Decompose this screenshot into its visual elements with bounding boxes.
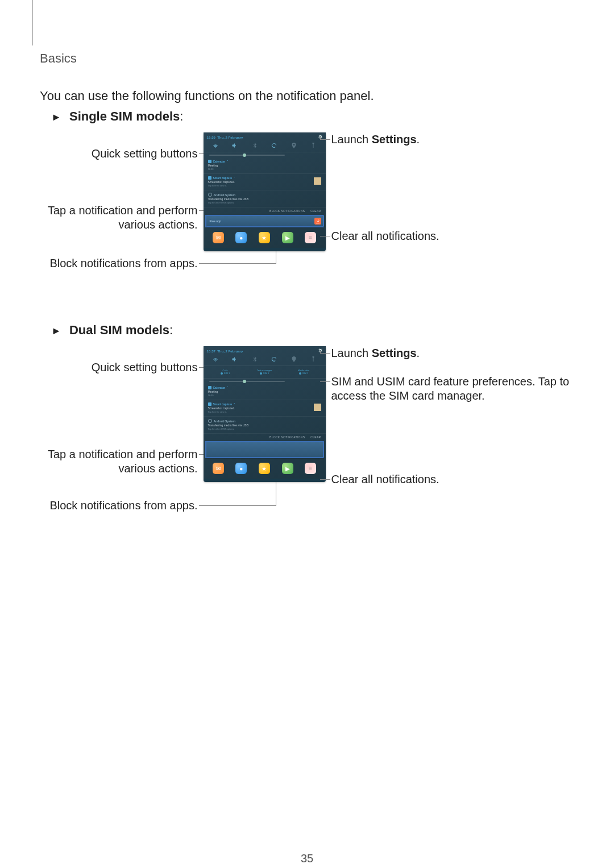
callout-sim-preferences: SIM and USIM card feature preferences. T… <box>331 375 570 403</box>
diagram-dual-sim: Quick setting buttons Tap a notification… <box>40 346 574 534</box>
notification-item[interactable]: Calendar ˅ Meeting 16:30 <box>204 157 326 174</box>
callout-launch-settings: Launch Settings. <box>331 346 420 360</box>
highlighted-banner[interactable]: Free app <box>206 215 323 227</box>
screenshot-thumbnail <box>314 177 321 185</box>
clear-button[interactable]: CLEAR <box>310 435 321 439</box>
browser-icon[interactable]: ● <box>235 463 247 474</box>
phone-screenshot-dual: 16:37 Thu, 2 February <box>204 346 326 482</box>
flashlight-icon[interactable] <box>310 142 317 149</box>
notification-item[interactable]: Smart capture ˅ Screenshot captured. Tap… <box>204 174 326 190</box>
bluetooth-icon[interactable] <box>251 356 258 363</box>
notification-item[interactable]: Smart capture ˅ Screenshot captured. Tap… <box>204 400 326 417</box>
dock: ✉ ● ★ ▶ ⁞⁞⁞ <box>204 229 326 248</box>
callout-tap-notification: Tap a notification and perform various a… <box>44 447 198 476</box>
clear-button[interactable]: CLEAR <box>310 209 321 213</box>
callout-block-notifications: Block notifications from apps. <box>49 499 197 513</box>
page-separator <box>32 0 614 45</box>
sound-icon[interactable] <box>231 142 238 149</box>
sim-data[interactable]: Mobile data SIM 1 <box>284 369 323 375</box>
wifi-icon[interactable] <box>212 356 219 363</box>
status-bar-text: 16:37 Thu, 2 February <box>207 350 243 353</box>
screenshot-thumbnail <box>314 404 321 411</box>
rotate-icon[interactable] <box>271 142 277 149</box>
phone-screenshot-single: 16:39 Thu, 2 February <box>204 132 326 251</box>
sim-calls[interactable]: Calls SIM 1 <box>206 369 245 375</box>
breadcrumb: Basics <box>40 51 614 66</box>
block-notifications-button[interactable]: BLOCK NOTIFICATIONS <box>269 209 305 213</box>
sound-icon[interactable] <box>231 356 238 363</box>
android-icon <box>208 193 212 197</box>
notification-item[interactable]: Calendar ˅ Meeting 16:30 <box>204 384 326 400</box>
star-icon[interactable]: ★ <box>259 232 270 243</box>
rotate-icon[interactable] <box>271 356 277 363</box>
calendar-icon <box>208 160 211 163</box>
sim-messages[interactable]: Text messages SIM 1 <box>245 369 284 375</box>
page-number: 35 <box>40 852 574 865</box>
quick-settings-row[interactable] <box>204 141 326 152</box>
heading-text: Dual SIM models <box>69 323 169 337</box>
callout-launch-settings: Launch Settings. <box>331 132 420 147</box>
bluetooth-icon[interactable] <box>251 142 258 149</box>
location-icon[interactable] <box>291 356 297 363</box>
callout-clear-all: Clear all notifications. <box>331 229 439 243</box>
arrow-icon: ► <box>51 325 61 337</box>
brightness-slider[interactable] <box>209 381 285 382</box>
download-icon[interactable] <box>314 218 321 225</box>
diagram-single-sim: Quick setting buttons Tap a notification… <box>40 132 574 312</box>
heading-text: Single SIM models <box>69 109 180 123</box>
browser-icon[interactable]: ● <box>235 232 247 243</box>
status-bar-text: 16:39 Thu, 2 February <box>207 136 243 139</box>
star-icon[interactable]: ★ <box>259 463 270 474</box>
play-icon[interactable]: ▶ <box>282 232 293 243</box>
sim-preferences-row[interactable]: Calls SIM 1 Text messages SIM 1 Mobile d… <box>204 366 326 379</box>
callout-tap-notification: Tap a notification and perform various a… <box>44 203 198 232</box>
callout-quick-settings: Quick setting buttons <box>92 147 198 161</box>
mail-icon[interactable]: ✉ <box>213 232 224 243</box>
apps-icon[interactable]: ⁞⁞⁞ <box>305 232 316 243</box>
apps-icon[interactable]: ⁞⁞⁞ <box>305 463 316 474</box>
block-notifications-button[interactable]: BLOCK NOTIFICATIONS <box>269 435 305 439</box>
location-icon[interactable] <box>291 142 297 149</box>
mail-icon[interactable]: ✉ <box>213 463 224 474</box>
callout-block-notifications: Block notifications from apps. <box>49 256 197 271</box>
notification-item[interactable]: Android System Transferring media files … <box>204 417 326 434</box>
quick-settings-row[interactable] <box>204 355 326 366</box>
arrow-icon: ► <box>51 111 61 123</box>
callout-clear-all: Clear all notifications. <box>331 472 439 487</box>
section-single-sim-heading: ► Single SIM models: <box>51 109 574 124</box>
capture-icon <box>208 176 211 180</box>
android-icon <box>208 419 212 423</box>
play-icon[interactable]: ▶ <box>282 463 293 474</box>
callout-quick-settings: Quick setting buttons <box>92 360 198 375</box>
wifi-icon[interactable] <box>212 142 219 149</box>
calendar-icon <box>208 386 211 389</box>
highlighted-banner[interactable] <box>206 442 323 458</box>
intro-text: You can use the following functions on t… <box>40 89 574 103</box>
flashlight-icon[interactable] <box>310 356 317 363</box>
capture-icon <box>208 402 211 406</box>
notification-item[interactable]: Android System Transferring media files … <box>204 190 326 207</box>
dock: ✉ ● ★ ▶ ⁞⁞⁞ <box>204 459 326 479</box>
brightness-slider[interactable] <box>209 155 285 156</box>
section-dual-sim-heading: ► Dual SIM models: <box>51 323 574 338</box>
